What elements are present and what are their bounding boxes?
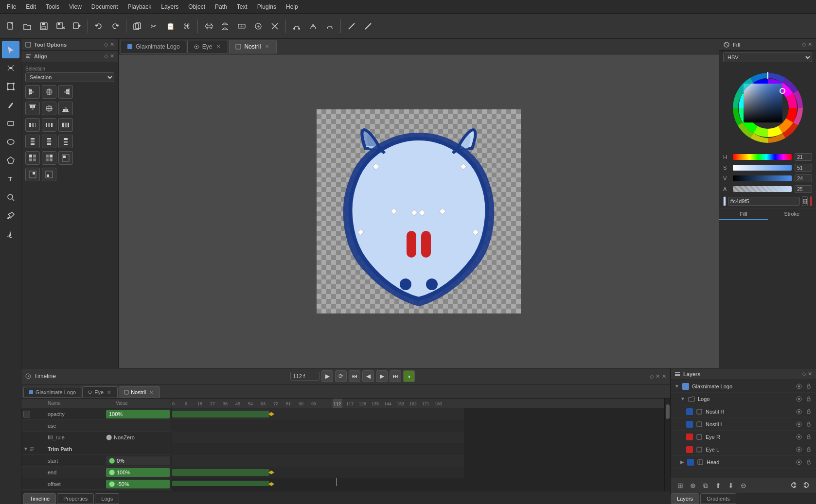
grid-tr-button[interactable]	[58, 151, 73, 165]
rect-tool[interactable]	[2, 115, 19, 132]
align-center-v-button[interactable]	[42, 102, 56, 115]
keyframe-button[interactable]: ⬧	[403, 370, 415, 382]
timeline-tab-btn[interactable]: Timeline	[23, 493, 56, 504]
menu-help[interactable]: Help	[281, 1, 303, 12]
flow2-button[interactable]	[217, 18, 233, 34]
nostil-l-lock[interactable]	[805, 421, 812, 428]
timeline-scrollbar[interactable]	[664, 399, 670, 491]
menu-playback[interactable]: Playback	[123, 1, 157, 12]
color-wheel-container[interactable]	[719, 64, 816, 152]
a-slider-track[interactable]	[733, 186, 792, 192]
s-slider-track[interactable]	[733, 165, 792, 171]
clear-color-btn[interactable]	[810, 196, 813, 206]
dist-v-center-button[interactable]	[42, 135, 56, 148]
menu-tools[interactable]: Tools	[41, 1, 64, 12]
cmd-button[interactable]: ⌘	[179, 18, 195, 34]
trim-path-expand[interactable]: ▼	[23, 446, 28, 452]
first-frame-button[interactable]: ⏮	[349, 370, 360, 382]
tab-eye[interactable]: Eye ✕	[187, 40, 229, 53]
canvas-area[interactable]	[119, 54, 719, 368]
timeline-nostril-close[interactable]: ✕	[148, 389, 155, 396]
expand-logo[interactable]: ▼	[680, 396, 685, 401]
eye-l-lock[interactable]	[805, 446, 812, 453]
fill-float[interactable]: ◇	[802, 41, 806, 48]
align-close[interactable]: ✕	[110, 53, 114, 59]
fill-mode-select[interactable]: HSV RGB HSL	[723, 52, 812, 62]
head-lock[interactable]	[805, 459, 812, 466]
last-frame-button[interactable]: ⏭	[390, 370, 401, 382]
layer-eye-r[interactable]: Eye R	[671, 431, 816, 443]
timeline-close-1[interactable]: ✕	[656, 373, 660, 380]
node1-button[interactable]	[289, 18, 304, 34]
align-top-button[interactable]	[25, 102, 40, 115]
tab-nostril[interactable]: Nostril ✕	[229, 40, 277, 53]
scrollbar-thumb[interactable]	[666, 404, 670, 419]
expand-head[interactable]: ▶	[680, 459, 684, 465]
grid-tl-button[interactable]	[25, 151, 40, 165]
properties-tab-btn[interactable]: Properties	[57, 493, 94, 504]
layers-move-left[interactable]: ⮈	[788, 480, 799, 491]
nostil-r-eye[interactable]	[796, 408, 802, 415]
gradients-tab-btn[interactable]: Gradients	[700, 493, 736, 504]
align-float[interactable]: ◇	[104, 53, 108, 59]
logs-tab-btn[interactable]: Logs	[95, 493, 119, 504]
opacity-eye[interactable]	[23, 411, 30, 417]
frame-input[interactable]	[290, 372, 319, 381]
layers-move-down[interactable]: ⬇	[725, 480, 737, 491]
grid-bl-button[interactable]	[25, 168, 40, 181]
menu-layers[interactable]: Layers	[156, 1, 183, 12]
tool-options-float[interactable]: ◇	[104, 41, 108, 48]
stroke-tab[interactable]: Stroke	[768, 209, 816, 220]
dist-h-right-button[interactable]	[58, 118, 73, 132]
fill-tool[interactable]	[2, 226, 19, 243]
layer-nostil-l[interactable]: Nostil L	[671, 418, 816, 431]
layers-move-right[interactable]: ⮊	[800, 480, 812, 491]
color-wheel[interactable]	[729, 69, 807, 147]
glaxnimate-logo-lock[interactable]	[805, 383, 812, 390]
flow5-button[interactable]	[267, 18, 283, 34]
timeline-tab-eye[interactable]: Eye ✕	[82, 386, 118, 398]
layers-add-layer[interactable]: ⊕	[687, 480, 699, 491]
tab-glaxnimate-logo[interactable]: Glaxnimate Logo	[121, 40, 186, 53]
s-value[interactable]	[795, 164, 812, 172]
eyedrop-tool[interactable]	[2, 207, 19, 225]
line1-button[interactable]	[344, 18, 359, 34]
timeline-tab-glaxnimate[interactable]: Glaxnimate Logo	[23, 387, 81, 398]
redo-button[interactable]	[107, 18, 123, 34]
tab-eye-close[interactable]: ✕	[215, 43, 222, 50]
dist-h-left-button[interactable]	[25, 118, 40, 132]
dist-h-center-button[interactable]	[42, 118, 56, 132]
layer-eye-l[interactable]: Eye L	[671, 443, 816, 456]
logo-folder-lock[interactable]	[805, 396, 812, 402]
timeline-float[interactable]: ◇	[650, 373, 654, 380]
ellipse-tool[interactable]	[2, 133, 19, 151]
new-button[interactable]	[3, 18, 18, 34]
copy-doc-button[interactable]	[129, 18, 145, 34]
node3-button[interactable]	[322, 18, 337, 34]
node2-button[interactable]	[305, 18, 321, 34]
next-frame-button[interactable]: ▶	[376, 370, 388, 382]
color-picker-btn[interactable]: 🖼	[802, 196, 808, 206]
undo-button[interactable]	[91, 18, 106, 34]
keyframe-tracks[interactable]	[172, 408, 664, 487]
flow1-button[interactable]	[201, 18, 216, 34]
layers-tab-btn[interactable]: Layers	[671, 493, 699, 504]
v-slider-track[interactable]	[733, 175, 792, 181]
node-tool[interactable]	[2, 59, 19, 77]
align-left-button[interactable]	[25, 85, 40, 99]
open-button[interactable]	[19, 18, 35, 34]
h-value[interactable]	[795, 153, 812, 161]
tool-options-close[interactable]: ✕	[110, 41, 114, 48]
menu-file[interactable]: File	[2, 1, 21, 12]
align-center-h-button[interactable]	[42, 85, 56, 99]
nostil-l-eye[interactable]	[796, 421, 802, 428]
layer-head[interactable]: ▶ Head	[671, 456, 816, 469]
eye-r-lock[interactable]	[805, 434, 812, 440]
dist-v-bottom-button[interactable]	[58, 135, 73, 148]
timeline-close-2[interactable]: ✕	[662, 373, 666, 380]
paste-button[interactable]: 📋	[162, 18, 178, 34]
menu-plugins[interactable]: Plugins	[252, 1, 281, 12]
timeline-eye-close[interactable]: ✕	[106, 389, 112, 396]
prev-frame-button[interactable]: ◀	[362, 370, 374, 382]
menu-object[interactable]: Object	[183, 1, 210, 12]
